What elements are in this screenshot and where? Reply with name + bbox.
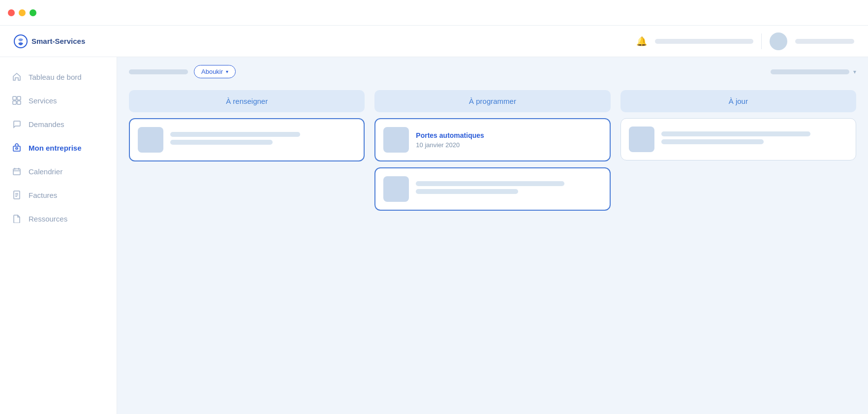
home-icon [12, 72, 22, 82]
minimize-button[interactable] [19, 9, 26, 16]
svg-rect-7 [13, 169, 20, 175]
svg-rect-1 [13, 96, 16, 100]
topbar-right-placeholder [771, 69, 849, 74]
sidebar-item-factures[interactable]: Factures [0, 183, 117, 207]
card-content-1 [170, 132, 356, 148]
sidebar-label-tableau-de-bord: Tableau de bord [29, 73, 82, 81]
topbar-right: ▾ [771, 68, 856, 75]
demandes-icon [12, 119, 22, 129]
column-header-a-jour: À jour [620, 90, 856, 112]
user-name-placeholder [795, 39, 854, 44]
main-layout: Tableau de bord Services [0, 57, 868, 414]
sidebar-item-demandes[interactable]: Demandes [0, 112, 117, 136]
card-subtitle-2: 10 janvier 2020 [416, 141, 601, 149]
ressources-icon [12, 214, 22, 223]
location-selector[interactable]: Aboukir ▾ [194, 65, 236, 78]
svg-rect-5 [13, 146, 20, 151]
card-line-1a [170, 132, 300, 137]
topbar-right-chevron-icon: ▾ [853, 68, 856, 75]
logo-icon [14, 34, 28, 48]
breadcrumb-left: Aboukir ▾ [129, 65, 236, 78]
column-a-programmer: À programmer Portes automatiques 10 janv… [374, 90, 610, 211]
app-wrapper: Smart-Services 🔔 Tableau de bord [0, 26, 868, 414]
svg-rect-2 [17, 96, 21, 100]
column-header-a-programmer: À programmer [374, 90, 610, 112]
kanban-card-3[interactable] [374, 167, 610, 211]
sidebar-label-factures: Factures [29, 191, 57, 199]
calendrier-icon [12, 166, 22, 176]
card-thumbnail-4 [629, 127, 654, 152]
svg-rect-3 [13, 101, 16, 104]
content-topbar: Aboukir ▾ ▾ [117, 57, 868, 86]
avatar [770, 32, 787, 50]
card-line-4a [661, 131, 810, 136]
column-a-renseigner: À renseigner [129, 90, 365, 211]
sidebar-item-tableau-de-bord[interactable]: Tableau de bord [0, 65, 117, 89]
kanban-card-1[interactable] [129, 118, 365, 161]
header-right: 🔔 [636, 32, 854, 50]
card-content-2: Portes automatiques 10 janvier 2020 [416, 131, 601, 149]
sidebar-item-ressources[interactable]: Ressources [0, 207, 117, 230]
svg-rect-4 [17, 101, 21, 104]
kanban-board: À renseigner À programmer [117, 86, 868, 223]
location-label: Aboukir [201, 68, 223, 75]
kanban-card-2[interactable]: Portes automatiques 10 janvier 2020 [374, 118, 610, 161]
notification-icon[interactable]: 🔔 [636, 36, 647, 47]
card-line-3a [416, 181, 564, 186]
sidebar: Tableau de bord Services [0, 57, 117, 414]
services-icon [12, 96, 22, 105]
logo-text: Smart-Services [31, 37, 85, 45]
card-line-1b [170, 140, 273, 145]
sidebar-item-calendrier[interactable]: Calendrier [0, 159, 117, 183]
card-thumbnail-2 [383, 127, 409, 153]
card-thumbnail-1 [138, 127, 163, 153]
card-line-3b [416, 189, 518, 194]
header: Smart-Services 🔔 [0, 26, 868, 57]
sidebar-label-services: Services [29, 96, 57, 105]
maximize-button[interactable] [30, 9, 36, 16]
logo: Smart-Services [14, 34, 85, 48]
card-content-4 [661, 131, 848, 147]
factures-icon [12, 190, 22, 200]
header-divider [761, 33, 762, 49]
column-a-jour: À jour [620, 90, 856, 211]
card-line-4b [661, 139, 764, 144]
close-button[interactable] [8, 9, 15, 16]
sidebar-label-demandes: Demandes [29, 120, 64, 128]
search-placeholder [655, 39, 753, 44]
chevron-down-icon: ▾ [226, 69, 228, 74]
card-content-3 [416, 181, 601, 197]
sidebar-item-mon-entreprise[interactable]: Mon entreprise [0, 136, 117, 159]
svg-rect-6 [16, 148, 18, 149]
sidebar-label-ressources: Ressources [29, 215, 67, 223]
column-header-a-renseigner: À renseigner [129, 90, 365, 112]
breadcrumb-placeholder [129, 69, 188, 74]
titlebar [0, 0, 868, 26]
card-title-2: Portes automatiques [416, 131, 601, 139]
sidebar-item-services[interactable]: Services [0, 89, 117, 112]
sidebar-label-calendrier: Calendrier [29, 167, 62, 176]
kanban-card-4[interactable] [620, 118, 856, 160]
card-thumbnail-3 [383, 176, 409, 202]
mon-entreprise-icon [12, 143, 22, 153]
sidebar-label-mon-entreprise: Mon entreprise [29, 144, 82, 152]
content-area: Aboukir ▾ ▾ À renseigner [117, 57, 868, 414]
